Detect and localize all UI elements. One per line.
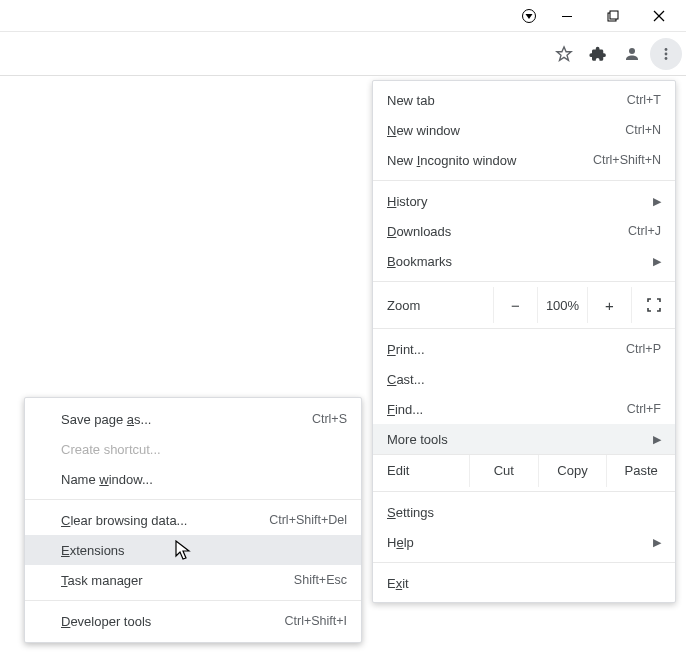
menu-help-label: Help [387,535,649,550]
menu-new-incognito-shortcut: Ctrl+Shift+N [593,153,661,167]
menu-new-tab-shortcut: Ctrl+T [627,93,661,107]
submenu-name-window-label: Name window... [61,472,347,487]
submenu-developer-tools[interactable]: Developer tools Ctrl+Shift+I [25,606,361,636]
zoom-out-button[interactable]: − [493,287,537,323]
menu-zoom-row: Zoom − 100% + [373,287,675,323]
browser-toolbar [0,32,686,76]
svg-point-10 [665,52,668,55]
menu-bookmarks[interactable]: Bookmarks ▶ [373,246,675,276]
submenu-save-page-shortcut: Ctrl+S [312,412,347,426]
menu-new-tab[interactable]: New tab Ctrl+T [373,85,675,115]
chrome-main-menu: New tab Ctrl+T New window Ctrl+N New Inc… [372,80,676,603]
menu-separator [373,491,675,492]
menu-more-tools-label: More tools [387,432,649,447]
menu-separator [25,499,361,500]
menu-separator [373,328,675,329]
submenu-task-manager[interactable]: Task manager Shift+Esc [25,565,361,595]
menu-new-window-label: New window [387,123,625,138]
edit-paste-button[interactable]: Paste [606,455,675,487]
profile-avatar-icon[interactable] [616,38,648,70]
more-tools-submenu: Save page as... Ctrl+S Create shortcut..… [24,397,362,643]
menu-settings[interactable]: Settings [373,497,675,527]
submenu-create-shortcut: Create shortcut... [25,434,361,464]
submenu-name-window[interactable]: Name window... [25,464,361,494]
menu-new-window[interactable]: New window Ctrl+N [373,115,675,145]
svg-rect-2 [562,16,572,17]
submenu-arrow-icon: ▶ [653,195,661,208]
menu-exit[interactable]: Exit [373,568,675,598]
submenu-task-manager-shortcut: Shift+Esc [294,573,347,587]
submenu-arrow-icon: ▶ [653,536,661,549]
window-titlebar [0,0,686,32]
menu-history-label: History [387,194,649,209]
submenu-clear-browsing-shortcut: Ctrl+Shift+Del [269,513,347,527]
menu-new-incognito-label: New Incognito window [387,153,593,168]
extensions-puzzle-icon[interactable] [582,38,614,70]
submenu-create-shortcut-label: Create shortcut... [61,442,347,457]
menu-cast[interactable]: Cast... [373,364,675,394]
window-minimize-button[interactable] [544,1,590,31]
submenu-clear-browsing-label: Clear browsing data... [61,513,269,528]
submenu-save-page-label: Save page as... [61,412,312,427]
menu-bookmarks-label: Bookmarks [387,254,649,269]
submenu-developer-tools-label: Developer tools [61,614,284,629]
window-close-button[interactable] [636,1,682,31]
menu-downloads-label: Downloads [387,224,628,239]
menu-find-shortcut: Ctrl+F [627,402,661,416]
menu-edit-label: Edit [373,463,469,478]
bookmark-star-icon[interactable] [548,38,580,70]
fullscreen-button[interactable] [631,287,675,323]
menu-settings-label: Settings [387,505,661,520]
edit-copy-button[interactable]: Copy [538,455,607,487]
submenu-arrow-icon: ▶ [653,433,661,446]
menu-cast-label: Cast... [387,372,661,387]
menu-find[interactable]: Find... Ctrl+F [373,394,675,424]
menu-downloads-shortcut: Ctrl+J [628,224,661,238]
svg-rect-4 [610,11,618,19]
chrome-menu-button[interactable] [650,38,682,70]
zoom-value: 100% [537,287,587,323]
menu-separator [373,562,675,563]
submenu-arrow-icon: ▶ [653,255,661,268]
submenu-developer-tools-shortcut: Ctrl+Shift+I [284,614,347,628]
menu-help[interactable]: Help ▶ [373,527,675,557]
menu-zoom-label: Zoom [373,298,493,313]
window-maximize-button[interactable] [590,1,636,31]
submenu-clear-browsing-data[interactable]: Clear browsing data... Ctrl+Shift+Del [25,505,361,535]
menu-separator [373,281,675,282]
svg-marker-7 [557,46,571,60]
svg-point-9 [665,48,668,51]
svg-point-8 [629,48,635,54]
menu-downloads[interactable]: Downloads Ctrl+J [373,216,675,246]
menu-print[interactable]: Print... Ctrl+P [373,334,675,364]
svg-point-11 [665,57,668,60]
menu-separator [25,600,361,601]
submenu-task-manager-label: Task manager [61,573,294,588]
menu-new-window-shortcut: Ctrl+N [625,123,661,137]
submenu-save-page-as[interactable]: Save page as... Ctrl+S [25,404,361,434]
extension-indicator-icon[interactable] [514,1,544,31]
menu-print-shortcut: Ctrl+P [626,342,661,356]
zoom-in-button[interactable]: + [587,287,631,323]
submenu-extensions[interactable]: Extensions [25,535,361,565]
menu-new-tab-label: New tab [387,93,627,108]
menu-find-label: Find... [387,402,627,417]
menu-more-tools[interactable]: More tools ▶ [373,424,675,454]
edit-cut-button[interactable]: Cut [469,455,538,487]
menu-history[interactable]: History ▶ [373,186,675,216]
submenu-extensions-label: Extensions [61,543,347,558]
menu-separator [373,180,675,181]
menu-new-incognito[interactable]: New Incognito window Ctrl+Shift+N [373,145,675,175]
menu-edit-row: Edit Cut Copy Paste [373,454,675,486]
menu-print-label: Print... [387,342,626,357]
svg-marker-1 [526,14,533,19]
menu-exit-label: Exit [387,576,661,591]
